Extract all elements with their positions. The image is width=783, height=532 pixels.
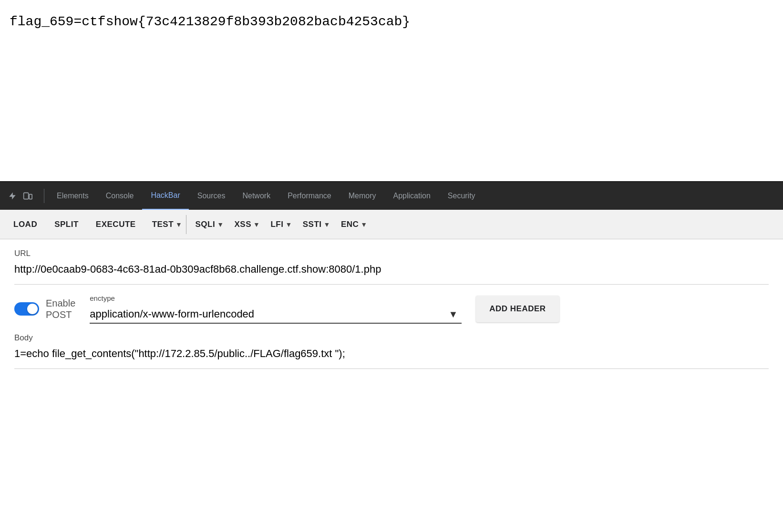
enc-dropdown[interactable]: ENC ▼ (333, 210, 371, 239)
xss-dropdown-arrow: ▼ (253, 221, 260, 228)
flag-text: flag_659=ctfshow{73c4213829f8b393b2082ba… (10, 14, 410, 29)
hackbar-separator (186, 215, 186, 234)
lfi-dropdown[interactable]: LFI ▼ (263, 210, 295, 239)
sqli-dropdown[interactable]: SQLI ▼ (187, 210, 227, 239)
enctype-label: enctype (90, 294, 462, 302)
url-value[interactable]: http://0e0caab9-0683-4c63-81ad-0b309acf8… (14, 260, 769, 278)
ssti-dropdown-arrow: ▼ (324, 221, 330, 228)
toggle-group: EnablePOST (14, 297, 75, 320)
body-value[interactable]: 1=echo file_get_contents("http://172.2.8… (14, 345, 769, 363)
sqli-dropdown-arrow: ▼ (217, 221, 224, 228)
tab-security[interactable]: Security (439, 182, 484, 210)
load-button[interactable]: LOAD (5, 210, 46, 239)
enctype-select-wrapper: application/x-www-form-urlencoded multip… (90, 305, 462, 324)
lfi-dropdown-arrow: ▼ (285, 221, 292, 228)
hackbar-toolbar: LOAD SPLIT EXECUTE TEST ▼ SQLI ▼ XSS ▼ L… (0, 210, 783, 239)
post-section: EnablePOST enctype application/x-www-for… (14, 294, 769, 324)
tab-performance[interactable]: Performance (279, 182, 340, 210)
enctype-select[interactable]: application/x-www-form-urlencoded multip… (90, 305, 462, 323)
body-label: Body (14, 333, 769, 343)
test-dropdown-arrow: ▼ (175, 221, 182, 228)
body-divider (14, 368, 769, 369)
inspect-icon[interactable] (5, 188, 20, 204)
svg-rect-1 (29, 194, 32, 199)
add-header-button[interactable]: ADD HEADER (476, 296, 559, 322)
split-button[interactable]: SPLIT (46, 210, 87, 239)
ssti-dropdown[interactable]: SSTI ▼ (295, 210, 333, 239)
enable-post-toggle[interactable] (14, 302, 39, 316)
tab-application[interactable]: Application (385, 182, 439, 210)
tab-memory[interactable]: Memory (340, 182, 385, 210)
page-content: flag_659=ctfshow{73c4213829f8b393b2082ba… (0, 0, 783, 181)
devtools-bar: Elements Console HackBar Sources Network… (0, 181, 783, 210)
devtools-tabs: Elements Console HackBar Sources Network… (48, 182, 484, 210)
execute-button[interactable]: EXECUTE (87, 210, 144, 239)
test-dropdown[interactable]: TEST ▼ (144, 210, 185, 239)
body-section: Body 1=echo file_get_contents("http://17… (14, 333, 769, 369)
url-label: URL (14, 249, 769, 258)
tab-elements[interactable]: Elements (48, 182, 97, 210)
enc-dropdown-arrow: ▼ (361, 221, 367, 228)
svg-rect-0 (24, 193, 29, 199)
hackbar-content: URL http://0e0caab9-0683-4c63-81ad-0b309… (0, 239, 783, 379)
enable-post-label: EnablePOST (46, 297, 75, 320)
toggle-knob (27, 304, 38, 314)
tab-console[interactable]: Console (97, 182, 143, 210)
devtools-divider (44, 189, 44, 203)
devtools-icons (5, 188, 35, 204)
tab-network[interactable]: Network (234, 182, 279, 210)
url-divider (14, 284, 769, 285)
enctype-group: enctype application/x-www-form-urlencode… (90, 294, 462, 324)
tab-hackbar[interactable]: HackBar (142, 182, 188, 210)
xss-dropdown[interactable]: XSS ▼ (227, 210, 263, 239)
tab-sources[interactable]: Sources (189, 182, 234, 210)
device-toolbar-icon[interactable] (20, 188, 35, 204)
